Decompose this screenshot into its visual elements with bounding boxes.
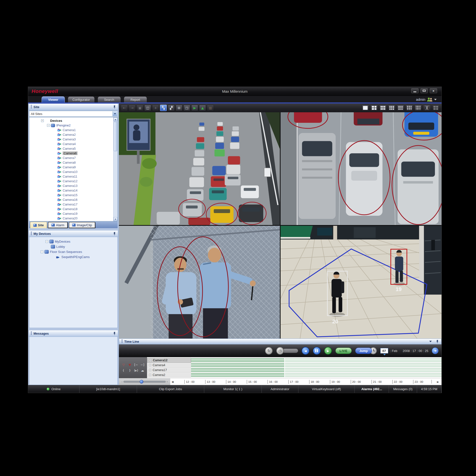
tree-item-camera[interactable]: Camera4 [29,142,118,146]
clip-range-pill[interactable] [283,349,298,353]
layout-6[interactable] [379,105,387,111]
pause-sequence-icon[interactable]: ▲ [199,105,206,111]
tree-scrollbar[interactable]: ▲ ▼ [113,118,118,221]
date-month[interactable]: : Feb [390,349,397,353]
timeline-track[interactable]: Camera17 [147,368,442,373]
status-clip-export[interactable]: Clip Export Jobs [137,385,204,393]
bracket-pair-icon[interactable]: (▸) [134,369,138,372]
layout-16[interactable] [414,105,422,111]
layout-13[interactable] [406,105,413,111]
marker-filled-icon[interactable]: ▼ [129,363,131,366]
tree-item-camera[interactable]: Camera6 [29,151,118,155]
ptz-icon[interactable]: + [152,105,159,111]
tree-item-camera[interactable]: Camera17 [29,202,118,207]
close-button[interactable]: × [430,88,437,93]
recording-bar[interactable] [191,368,442,372]
video-tile-mall-corridor[interactable]: 19 20 [281,226,442,339]
status-virtual-keyboard[interactable]: VirtualKeyboard (off) [298,385,355,393]
bracket-open-icon[interactable]: ( [123,369,124,372]
timeline-track[interactable]: Camera2 [147,373,442,377]
video-tile-traffic-street[interactable] [119,112,280,225]
video-tile-overhead-traffic[interactable] [281,112,442,225]
snapshot-icon[interactable]: ▣ [136,105,143,111]
monitor-icon[interactable]: ◫ [144,105,151,111]
refresh-icon[interactable]: ↻ [265,347,273,355]
main-tab[interactable]: Search [98,96,121,102]
zoom-slider-thumb[interactable] [140,380,143,384]
site-filter-dropdown[interactable]: All Sites [29,111,118,117]
pin-icon[interactable] [113,105,116,109]
tree-item-camera[interactable]: Camera1 [29,128,118,132]
layout-4[interactable] [370,105,378,111]
tree-item-camera[interactable]: Camera18 [29,207,118,211]
mark-in-icon[interactable]: [− [134,363,138,366]
bracket-close-icon[interactable]: ) [129,369,130,372]
sidebar-tab[interactable]: Site [30,222,47,228]
layout-more[interactable] [432,105,440,111]
tree-item-camera[interactable]: Camera9 [29,165,118,170]
tree-item-camera[interactable]: Camera12 [29,179,118,184]
recording-bar[interactable] [191,363,442,367]
tree-item-camera[interactable]: Camera3 [29,137,118,142]
back-icon[interactable]: ← [121,105,128,111]
collapse-icon[interactable] [41,119,44,122]
goto-time-button[interactable]: ➔ [432,347,439,354]
tour-icon[interactable]: ▦ [207,105,214,111]
collapse-chevron-icon[interactable] [429,341,432,342]
layout-9[interactable] [388,105,395,111]
collapse-icon[interactable] [41,251,43,253]
live-button[interactable]: LIVE [335,348,352,354]
forward-icon[interactable]: → [129,105,136,111]
tree-item-camera[interactable]: Camera16 [29,197,118,202]
marker-icon[interactable]: ▽ [122,363,125,366]
pin-icon[interactable] [113,332,116,335]
pin-icon[interactable] [436,340,439,343]
main-tab[interactable]: Report [124,96,147,102]
track-expander-icon[interactable] [149,364,151,366]
tree-item-camera[interactable]: Camera10 [29,170,118,174]
tree-root-mydevices[interactable]: MyDevices [29,239,118,244]
date-day-spinner[interactable]: 07 [380,348,388,354]
status-alarms[interactable]: Alarms (492... [355,385,389,393]
tree-root-devices[interactable]: Devices [29,119,118,123]
tree-item-camera[interactable]: Camera8 [29,160,118,165]
sidebar-tab[interactable]: Alarm [48,222,68,228]
recording-bar[interactable] [191,358,442,362]
timeline-track[interactable]: Camera4 [147,363,442,368]
timeline-track[interactable]: Camera12 [147,358,442,363]
tree-item-camera[interactable]: Camera5 [29,146,118,151]
video-tile-guards-fence[interactable] [119,226,280,339]
zoom-slider[interactable] [123,381,165,383]
tree-item-camera[interactable]: Camera14 [29,188,118,193]
collapse-icon[interactable] [46,240,48,243]
digital-zoom-icon[interactable]: ▚ [160,105,167,111]
clip-export-icon[interactable]: ☁ [141,369,144,372]
tree-item-engine[interactable]: IPengine2 [29,123,118,128]
scroll-down-icon[interactable]: ▼ [114,217,118,221]
dropdown-chevron-icon[interactable] [113,111,117,116]
status-messages[interactable]: Messages (0) [389,385,417,393]
pin-icon[interactable] [113,232,116,235]
tree-item-camera[interactable]: Camera19 [29,211,118,216]
tree-item-camera[interactable]: Camera7 [29,155,118,160]
search-clip-icon[interactable]: ◷ [276,347,284,355]
pause-button[interactable] [313,347,321,355]
jump-button[interactable]: Jump [355,348,372,354]
mark-out-icon[interactable]: −] [140,363,144,366]
send-to-monitor-icon[interactable]: ◳ [184,105,190,111]
maximize-button[interactable] [421,88,428,93]
main-tab[interactable]: Configurator [68,96,95,102]
scroll-up-icon[interactable]: ▲ [114,118,118,121]
scrollbar-thumb[interactable] [114,122,117,151]
ruler-scroll-left[interactable]: « [172,378,174,385]
grid-view-icon[interactable]: ⊞ [176,105,183,111]
tree-item-camera[interactable]: Camera11 [29,174,118,179]
layout-fullscreen[interactable]: ╳ [423,105,431,111]
tree-item-lobby[interactable]: Lobby [29,244,118,249]
recording-bar[interactable] [191,373,442,377]
step-back-button[interactable]: ◄ [302,347,309,355]
ruler-scroll-right[interactable]: » [437,378,439,385]
main-tab[interactable]: Viewer [42,96,65,102]
date-time-value[interactable]: 2008 : 17 : 00 : 25 [403,349,428,353]
status-monitor[interactable]: Monitor 1( 1 ) [204,385,262,393]
